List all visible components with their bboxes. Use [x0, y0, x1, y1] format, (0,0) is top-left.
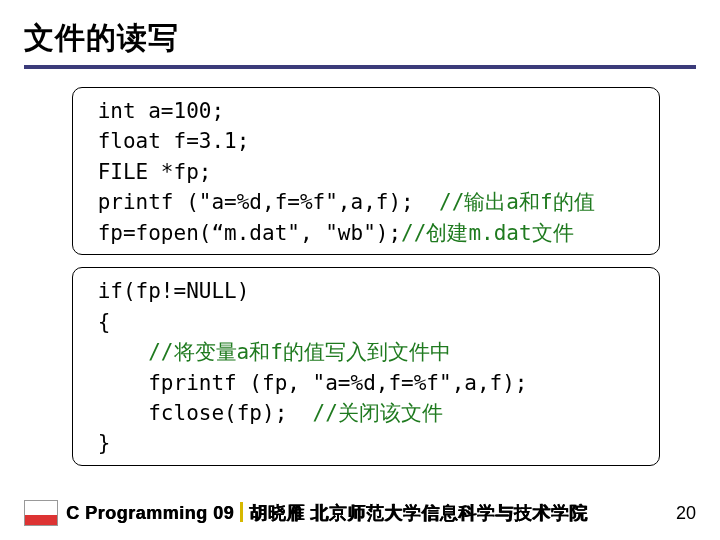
code-line: fp=fopen(“m.dat", "wb");//创建m.dat文件 [85, 218, 647, 248]
course-label: C Programming 09 [66, 503, 234, 523]
code-block-1: int a=100; float f=3.1; FILE *fp; printf… [72, 87, 660, 255]
slide-title: 文件的读写 [24, 18, 696, 69]
code-line: fprintf (fp, "a=%d,f=%f",a,f); [85, 368, 647, 398]
code-line: if(fp!=NULL) [85, 276, 647, 306]
footer-text: C Programming 09胡晓雁 北京师范大学信息科学与技术学院 [66, 501, 588, 525]
footer: C Programming 09胡晓雁 北京师范大学信息科学与技术学院 [24, 500, 588, 526]
code-text: fclose(fp); [85, 401, 313, 425]
code-line: float f=3.1; [85, 126, 647, 156]
author-label: 胡晓雁 北京师范大学信息科学与技术学院 [249, 503, 588, 523]
code-line: FILE *fp; [85, 157, 647, 187]
code-line: } [85, 428, 647, 458]
logo-icon [24, 500, 58, 526]
code-line: { [85, 307, 647, 337]
code-text: printf ("a=%d,f=%f",a,f); [85, 190, 439, 214]
code-comment: //关闭该文件 [313, 401, 443, 425]
slide: 文件的读写 int a=100; float f=3.1; FILE *fp; … [0, 0, 720, 540]
code-comment: //输出a和f的值 [439, 190, 595, 214]
code-line: printf ("a=%d,f=%f",a,f); //输出a和f的值 [85, 187, 647, 217]
code-comment: //将变量a和f的值写入到文件中 [85, 337, 647, 367]
code-block-2: if(fp!=NULL) { //将变量a和f的值写入到文件中 fprintf … [72, 267, 660, 466]
code-text: fp=fopen(“m.dat", "wb"); [85, 221, 401, 245]
code-line: int a=100; [85, 96, 647, 126]
page-number: 20 [676, 503, 696, 524]
code-line: fclose(fp); //关闭该文件 [85, 398, 647, 428]
divider-icon [240, 502, 243, 522]
code-comment: //创建m.dat文件 [401, 221, 574, 245]
